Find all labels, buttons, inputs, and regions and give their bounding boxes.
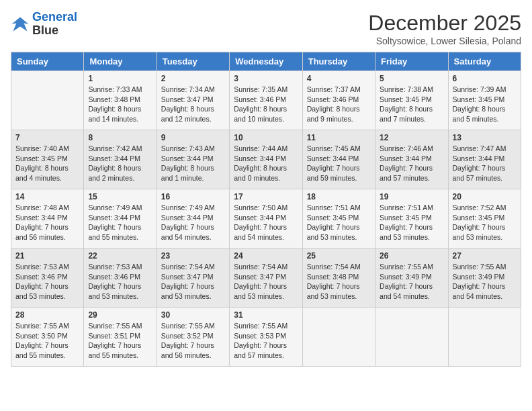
cell-content: Sunrise: 7:48 AM Sunset: 3:44 PM Dayligh…: [15, 203, 79, 242]
calendar-week-row: 1Sunrise: 7:33 AM Sunset: 3:48 PM Daylig…: [11, 71, 521, 130]
cell-content: Sunrise: 7:35 AM Sunset: 3:46 PM Dayligh…: [234, 85, 298, 124]
calendar-cell: 1Sunrise: 7:33 AM Sunset: 3:48 PM Daylig…: [84, 71, 157, 130]
calendar-week-row: 7Sunrise: 7:40 AM Sunset: 3:45 PM Daylig…: [11, 130, 521, 189]
cell-content: Sunrise: 7:55 AM Sunset: 3:53 PM Dayligh…: [234, 321, 298, 361]
calendar-table: SundayMondayTuesdayWednesdayThursdayFrid…: [11, 52, 521, 367]
column-header-friday: Friday: [375, 52, 448, 71]
cell-content: Sunrise: 7:47 AM Sunset: 3:44 PM Dayligh…: [453, 144, 517, 183]
cell-content: Sunrise: 7:49 AM Sunset: 3:44 PM Dayligh…: [161, 203, 225, 242]
svg-marker-0: [11, 17, 28, 31]
day-number: 4: [307, 74, 371, 83]
day-number: 31: [234, 310, 298, 320]
calendar-cell: 24Sunrise: 7:54 AM Sunset: 3:47 PM Dayli…: [230, 248, 302, 308]
day-number: 30: [161, 310, 225, 320]
calendar-cell: 17Sunrise: 7:50 AM Sunset: 3:44 PM Dayli…: [230, 189, 302, 248]
logo-icon: [11, 15, 30, 34]
calendar-body: 1Sunrise: 7:33 AM Sunset: 3:48 PM Daylig…: [11, 71, 521, 367]
day-number: 5: [380, 74, 443, 83]
logo-text: GeneralBlue: [32, 11, 77, 38]
calendar-cell: [11, 71, 84, 130]
cell-content: Sunrise: 7:33 AM Sunset: 3:48 PM Dayligh…: [88, 85, 152, 124]
calendar-cell: 16Sunrise: 7:49 AM Sunset: 3:44 PM Dayli…: [157, 189, 229, 248]
calendar-cell: 4Sunrise: 7:37 AM Sunset: 3:46 PM Daylig…: [302, 71, 375, 130]
day-number: 13: [453, 133, 517, 142]
cell-content: Sunrise: 7:53 AM Sunset: 3:46 PM Dayligh…: [15, 262, 79, 302]
calendar-cell: 15Sunrise: 7:49 AM Sunset: 3:44 PM Dayli…: [84, 189, 157, 248]
calendar-header-row: SundayMondayTuesdayWednesdayThursdayFrid…: [11, 52, 521, 71]
day-number: 29: [88, 310, 152, 320]
day-number: 3: [234, 74, 298, 83]
column-header-saturday: Saturday: [448, 52, 521, 71]
day-number: 2: [161, 74, 225, 83]
calendar-cell: 19Sunrise: 7:51 AM Sunset: 3:45 PM Dayli…: [375, 189, 448, 248]
day-number: 22: [88, 251, 152, 261]
day-number: 7: [15, 133, 79, 142]
cell-content: Sunrise: 7:37 AM Sunset: 3:46 PM Dayligh…: [307, 85, 371, 124]
day-number: 21: [15, 251, 79, 261]
calendar-cell: 25Sunrise: 7:54 AM Sunset: 3:48 PM Dayli…: [302, 248, 375, 308]
calendar-week-row: 28Sunrise: 7:55 AM Sunset: 3:50 PM Dayli…: [11, 308, 521, 367]
calendar-cell: 12Sunrise: 7:46 AM Sunset: 3:44 PM Dayli…: [375, 130, 448, 189]
calendar-cell: 8Sunrise: 7:42 AM Sunset: 3:44 PM Daylig…: [84, 130, 157, 189]
cell-content: Sunrise: 7:34 AM Sunset: 3:47 PM Dayligh…: [161, 85, 225, 124]
month-title: December 2025: [368, 11, 521, 36]
cell-content: Sunrise: 7:50 AM Sunset: 3:44 PM Dayligh…: [234, 203, 298, 242]
logo: GeneralBlue: [11, 11, 77, 38]
calendar-cell: 11Sunrise: 7:45 AM Sunset: 3:44 PM Dayli…: [302, 130, 375, 189]
calendar-cell: 14Sunrise: 7:48 AM Sunset: 3:44 PM Dayli…: [11, 189, 84, 248]
cell-content: Sunrise: 7:55 AM Sunset: 3:50 PM Dayligh…: [15, 321, 79, 361]
calendar-week-row: 14Sunrise: 7:48 AM Sunset: 3:44 PM Dayli…: [11, 189, 521, 248]
cell-content: Sunrise: 7:54 AM Sunset: 3:48 PM Dayligh…: [307, 262, 371, 302]
calendar-cell: 30Sunrise: 7:55 AM Sunset: 3:52 PM Dayli…: [157, 308, 229, 367]
cell-content: Sunrise: 7:54 AM Sunset: 3:47 PM Dayligh…: [161, 262, 225, 302]
day-number: 12: [380, 133, 443, 142]
page-header: GeneralBlue December 2025 Soltysowice, L…: [11, 11, 521, 46]
cell-content: Sunrise: 7:45 AM Sunset: 3:44 PM Dayligh…: [307, 144, 371, 183]
calendar-cell: 9Sunrise: 7:43 AM Sunset: 3:44 PM Daylig…: [157, 130, 229, 189]
column-header-tuesday: Tuesday: [157, 52, 229, 71]
day-number: 19: [380, 192, 443, 201]
cell-content: Sunrise: 7:51 AM Sunset: 3:45 PM Dayligh…: [307, 203, 371, 242]
day-number: 20: [453, 192, 517, 201]
day-number: 23: [161, 251, 225, 261]
calendar-cell: 28Sunrise: 7:55 AM Sunset: 3:50 PM Dayli…: [11, 308, 84, 367]
cell-content: Sunrise: 7:55 AM Sunset: 3:49 PM Dayligh…: [453, 262, 517, 302]
calendar-cell: 22Sunrise: 7:53 AM Sunset: 3:46 PM Dayli…: [84, 248, 157, 308]
cell-content: Sunrise: 7:51 AM Sunset: 3:45 PM Dayligh…: [380, 203, 443, 242]
calendar-cell: 27Sunrise: 7:55 AM Sunset: 3:49 PM Dayli…: [448, 248, 521, 308]
calendar-cell: [375, 308, 448, 367]
calendar-cell: 18Sunrise: 7:51 AM Sunset: 3:45 PM Dayli…: [302, 189, 375, 248]
calendar-week-row: 21Sunrise: 7:53 AM Sunset: 3:46 PM Dayli…: [11, 248, 521, 308]
calendar-cell: 20Sunrise: 7:52 AM Sunset: 3:45 PM Dayli…: [448, 189, 521, 248]
day-number: 6: [453, 74, 517, 83]
calendar-cell: 10Sunrise: 7:44 AM Sunset: 3:44 PM Dayli…: [230, 130, 302, 189]
cell-content: Sunrise: 7:55 AM Sunset: 3:49 PM Dayligh…: [380, 262, 443, 302]
day-number: 14: [15, 192, 79, 201]
day-number: 10: [234, 133, 298, 142]
day-number: 15: [88, 192, 152, 201]
calendar-cell: 3Sunrise: 7:35 AM Sunset: 3:46 PM Daylig…: [230, 71, 302, 130]
column-header-monday: Monday: [84, 52, 157, 71]
day-number: 16: [161, 192, 225, 201]
location-subtitle: Soltysowice, Lower Silesia, Poland: [368, 36, 521, 46]
cell-content: Sunrise: 7:46 AM Sunset: 3:44 PM Dayligh…: [380, 144, 443, 183]
cell-content: Sunrise: 7:43 AM Sunset: 3:44 PM Dayligh…: [161, 144, 225, 183]
calendar-cell: 5Sunrise: 7:38 AM Sunset: 3:45 PM Daylig…: [375, 71, 448, 130]
cell-content: Sunrise: 7:39 AM Sunset: 3:45 PM Dayligh…: [453, 85, 517, 124]
calendar-cell: 2Sunrise: 7:34 AM Sunset: 3:47 PM Daylig…: [157, 71, 229, 130]
calendar-cell: [302, 308, 375, 367]
day-number: 24: [234, 251, 298, 261]
cell-content: Sunrise: 7:53 AM Sunset: 3:46 PM Dayligh…: [88, 262, 152, 302]
cell-content: Sunrise: 7:42 AM Sunset: 3:44 PM Dayligh…: [88, 144, 152, 183]
day-number: 9: [161, 133, 225, 142]
day-number: 1: [88, 74, 152, 83]
cell-content: Sunrise: 7:55 AM Sunset: 3:51 PM Dayligh…: [88, 321, 152, 361]
calendar-cell: 21Sunrise: 7:53 AM Sunset: 3:46 PM Dayli…: [11, 248, 84, 308]
calendar-cell: 13Sunrise: 7:47 AM Sunset: 3:44 PM Dayli…: [448, 130, 521, 189]
day-number: 27: [453, 251, 517, 261]
cell-content: Sunrise: 7:52 AM Sunset: 3:45 PM Dayligh…: [453, 203, 517, 242]
cell-content: Sunrise: 7:49 AM Sunset: 3:44 PM Dayligh…: [88, 203, 152, 242]
calendar-cell: 29Sunrise: 7:55 AM Sunset: 3:51 PM Dayli…: [84, 308, 157, 367]
calendar-cell: 23Sunrise: 7:54 AM Sunset: 3:47 PM Dayli…: [157, 248, 229, 308]
cell-content: Sunrise: 7:54 AM Sunset: 3:47 PM Dayligh…: [234, 262, 298, 302]
